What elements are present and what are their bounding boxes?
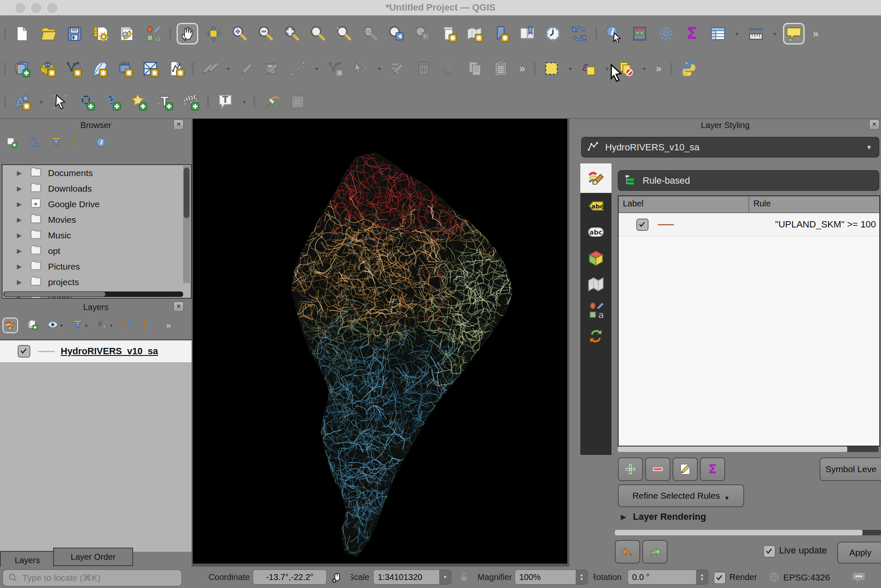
folder-open-button[interactable] <box>39 24 58 43</box>
apply-button[interactable]: Apply <box>837 542 881 564</box>
collapse-tree-button[interactable] <box>142 319 154 332</box>
layer-rendering-expander[interactable]: ▶ Layer Rendering <box>621 511 706 522</box>
browser-item-music[interactable]: ▶Music <box>3 227 191 243</box>
map-canvas[interactable] <box>193 119 567 564</box>
new-gpx-layer-button[interactable] <box>166 59 186 78</box>
zoom-in-button[interactable] <box>230 24 249 43</box>
text-along-line-annotation-button[interactable]: abc <box>181 92 200 112</box>
crs-status[interactable]: EPSG:4326 <box>783 567 830 588</box>
sum-features-button[interactable]: Σ <box>682 24 702 43</box>
toolbar-overflow-button[interactable]: » <box>163 321 174 330</box>
browser-vertical-scrollbar[interactable] <box>183 166 190 283</box>
live-update-checkbox[interactable] <box>763 545 776 558</box>
tab-layer-order[interactable]: Layer Order <box>53 548 133 566</box>
properties-info-button[interactable]: i <box>95 136 107 150</box>
styling-tab-labels[interactable]: abc <box>580 193 611 219</box>
styling-tab-view-3d[interactable] <box>580 245 611 271</box>
toolbar-overflow-button[interactable]: » <box>810 28 821 40</box>
remove-rule-button[interactable] <box>645 457 670 481</box>
select-annotation-button[interactable] <box>51 92 70 112</box>
dropdown-caret-icon[interactable]: ▾ <box>772 30 777 37</box>
zoom-window-button[interactable] <box>48 3 57 13</box>
new-geopackage-layer-button[interactable] <box>38 59 57 78</box>
browser-item-movies[interactable]: ▶Movies <box>3 212 191 227</box>
zoom-full-button[interactable] <box>282 24 302 43</box>
close-window-button[interactable] <box>16 3 25 13</box>
browser-item-pictures[interactable]: ▶Pictures <box>3 259 191 274</box>
dropdown-caret-icon[interactable]: ▾ <box>377 65 382 72</box>
layer-visibility-checkbox[interactable] <box>18 345 30 358</box>
browser-horizontal-scrollbar[interactable] <box>3 291 183 297</box>
pan-to-selection-button[interactable] <box>204 24 223 43</box>
extent-mouse-icon[interactable] <box>331 571 343 585</box>
expand-tree-button[interactable] <box>122 319 133 332</box>
collapse-tree-button[interactable] <box>73 136 84 150</box>
styling-tab-masks[interactable]: abc <box>580 219 611 245</box>
new-shapefile-layer-button[interactable] <box>64 59 83 78</box>
new-scratch-layer-button[interactable] <box>89 59 109 78</box>
toolbar-overflow-button[interactable]: » <box>517 63 528 75</box>
add-group-button[interactable] <box>27 319 38 332</box>
style-manager-button[interactable]: a <box>143 24 163 43</box>
new-mesh-layer-button[interactable] <box>141 59 160 78</box>
measure-button[interactable] <box>746 24 766 43</box>
statistical-summary-button[interactable] <box>630 24 649 43</box>
dropdown-caret-icon[interactable]: ▾ <box>314 65 319 72</box>
rule-checkbox[interactable] <box>636 219 649 231</box>
add-bookmark-button[interactable] <box>491 24 510 43</box>
dropdown-caret-icon[interactable]: ▾ <box>242 99 247 105</box>
zoom-to-layer-button[interactable] <box>334 24 354 43</box>
minimize-window-button[interactable] <box>32 3 41 13</box>
temporal-controller-button[interactable] <box>543 24 563 43</box>
expand-arrow-icon[interactable]: ▶ <box>17 247 25 255</box>
refresh-map-button[interactable] <box>569 24 589 43</box>
marker-annotation-button[interactable] <box>129 92 148 112</box>
select-by-expression-button[interactable]: ε <box>579 59 598 78</box>
panel-horizontal-scrollbar[interactable] <box>615 530 881 535</box>
browser-close-icon[interactable]: ✕ <box>174 120 184 130</box>
locator-input[interactable] <box>21 572 175 583</box>
save-button[interactable] <box>65 24 84 43</box>
polygon-annotation-button[interactable] <box>77 92 96 112</box>
redo-style-button[interactable] <box>642 540 667 564</box>
bookmark-manager-button[interactable] <box>517 24 537 43</box>
column-header-label[interactable]: Label <box>619 196 749 212</box>
layer-list-item[interactable]: HydroRIVERS_v10_sa <box>0 339 192 362</box>
browser-item-opt[interactable]: ▶opt <box>3 243 191 259</box>
expand-arrow-icon[interactable]: ▶ <box>17 278 25 286</box>
rule-row[interactable]: "UPLAND_SKM" >= 100 <box>619 213 879 236</box>
expand-arrow-icon[interactable]: ▶ <box>17 216 25 224</box>
filter-browser-button[interactable] <box>51 136 62 150</box>
undo-style-button[interactable] <box>615 540 640 564</box>
styling-tab-symbology[interactable] <box>580 163 611 193</box>
identify-features-button[interactable]: i <box>604 24 623 43</box>
messages-icon[interactable] <box>852 570 866 586</box>
chevron-down-icon[interactable]: ▼ <box>439 570 451 584</box>
count-features-button[interactable]: Σ <box>700 457 725 481</box>
python-console-button[interactable] <box>678 59 698 78</box>
manage-visibility-button[interactable] <box>47 319 59 332</box>
add-layer-button[interactable] <box>6 136 17 150</box>
processing-toolbox-button[interactable] <box>656 24 675 43</box>
line-annotation-button[interactable] <box>103 92 122 112</box>
lock-scale-icon[interactable] <box>459 572 470 584</box>
dropdown-caret-icon[interactable]: ▾ <box>642 65 647 72</box>
renderer-select[interactable]: Rule-based <box>618 170 879 191</box>
annotation-layer-button[interactable]: A <box>13 92 32 112</box>
layers-close-icon[interactable]: ✕ <box>174 302 184 312</box>
edit-rule-button[interactable] <box>673 457 698 481</box>
layer-styling-close-icon[interactable]: ✕ <box>869 120 879 130</box>
dropdown-caret-icon[interactable]: ▾ <box>85 323 88 329</box>
select-features-button[interactable] <box>542 59 561 78</box>
browser-item-documents[interactable]: ▶Documents <box>3 165 191 181</box>
render-checkbox[interactable] <box>713 572 726 584</box>
refresh-button[interactable] <box>28 136 40 150</box>
rules-horizontal-scrollbar[interactable] <box>618 446 878 452</box>
map-tips-button[interactable] <box>784 24 804 43</box>
styling-tab-history[interactable] <box>580 323 611 350</box>
zoom-out-button[interactable] <box>256 24 275 43</box>
expand-arrow-icon[interactable]: ▶ <box>17 232 25 239</box>
pan-map-button[interactable] <box>178 24 197 43</box>
styling-layer-select[interactable]: HydroRIVERS_v10_sa ▼ <box>581 137 879 158</box>
file-new-button[interactable] <box>13 24 32 43</box>
